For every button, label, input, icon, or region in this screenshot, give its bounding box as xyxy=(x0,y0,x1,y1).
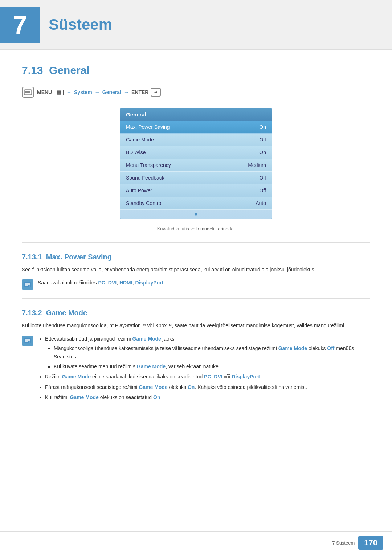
menu-path: MENU [ ▦ ] → System → General → ENTER ↵ xyxy=(22,87,370,98)
section-divider-2 xyxy=(22,298,370,299)
game-mode-ref-1: Game Mode xyxy=(132,336,161,342)
footer-section-label: 7 Süsteem xyxy=(332,540,355,546)
header-title: Süsteem xyxy=(49,16,112,33)
on-ref-3: On xyxy=(188,384,195,390)
menu-container: General Max. Power Saving On Game Mode O… xyxy=(22,108,370,219)
subsection-7131-heading: 7.13.1 Max. Power Saving xyxy=(22,253,370,261)
menu-row-sound-feedback[interactable]: Sound Feedback Off xyxy=(120,172,272,184)
row-label-menu-transparency: Menu Transparency xyxy=(126,162,171,168)
note-hdmi: HDMI xyxy=(119,280,132,286)
on-ref-4: On xyxy=(153,394,160,400)
row-label-max-power: Max. Power Saving xyxy=(126,124,170,130)
general-menu-box: General Max. Power Saving On Game Mode O… xyxy=(120,108,272,219)
row-value-menu-transparency: Medium xyxy=(248,162,266,168)
svg-rect-4 xyxy=(25,92,27,93)
pc-ref-2: PC xyxy=(204,374,211,379)
row-value-standby-control: Auto xyxy=(256,200,266,206)
footer-page-number: 170 xyxy=(358,536,383,550)
menu-row-max-power-saving[interactable]: Max. Power Saving On xyxy=(120,121,272,134)
subsection-7132-body: Kui loote ühenduse mängukonsooliga, nt P… xyxy=(22,321,370,329)
row-label-standby-control: Standby Control xyxy=(126,200,162,206)
menu-row-game-mode[interactable]: Game Mode Off xyxy=(120,134,272,146)
menu-box-title: General xyxy=(120,108,272,121)
arrow3: → xyxy=(124,89,129,95)
note-displayport: DisplayPort xyxy=(135,280,163,286)
svg-rect-2 xyxy=(27,91,29,92)
row-label-sound-feedback: Sound Feedback xyxy=(126,175,164,181)
bullet-list-7132: Ettevaatusabinõud ja piirangud režiimi G… xyxy=(45,335,370,402)
system-link: System xyxy=(74,89,92,95)
row-value-bd-wise: On xyxy=(259,149,266,155)
header-number: 7 xyxy=(0,7,40,43)
general-link: General xyxy=(102,89,121,95)
note-block-7131: Saadaval ainult režiimides PC, DVI, HDMI… xyxy=(22,279,370,290)
svg-rect-1 xyxy=(25,91,27,92)
note-pc: PC xyxy=(98,280,105,286)
menu-row-standby-control[interactable]: Standby Control Auto xyxy=(120,197,272,210)
enter-icon: ↵ xyxy=(151,88,161,97)
enter-label: ENTER xyxy=(131,89,148,95)
subsection-7131-body: See funktsioon lülitab seadme välja, et … xyxy=(22,266,370,274)
dvi-ref-2: DVI xyxy=(214,374,222,379)
menu-row-menu-transparency[interactable]: Menu Transparency Medium xyxy=(120,159,272,172)
menu-row-auto-power[interactable]: Auto Power Off xyxy=(120,184,272,197)
sub-bullet-list-1: Mängukonsooliga ühenduse katkestamiseks … xyxy=(54,344,370,370)
bullets-container: Ettevaatusabinõud ja piirangud režiimi G… xyxy=(38,335,370,407)
game-mode-ref-1b: Game Mode xyxy=(137,364,166,369)
menu-caption: Kuvatud kujutis võib mudeliti erineda. xyxy=(22,226,370,231)
section-heading: 7.13 General xyxy=(22,64,370,77)
note-text-7131: Saadaval ainult režiimides PC, DVI, HDMI… xyxy=(38,279,165,287)
row-value-game-mode: Off xyxy=(260,137,266,143)
arrow2: → xyxy=(95,89,100,95)
displayport-ref-2: DisplayPort xyxy=(232,374,260,379)
row-value-max-power: On xyxy=(259,124,266,130)
game-mode-ref-1a: Game Mode xyxy=(278,345,307,351)
row-label-bd-wise: BD Wise xyxy=(126,149,146,155)
menu-bracket-open: [ xyxy=(53,89,55,95)
sub-bullet-1a: Mängukonsooliga ühenduse katkestamiseks … xyxy=(54,344,370,361)
svg-rect-5 xyxy=(27,92,29,93)
menu-grid-icon: ▦ xyxy=(56,89,61,95)
main-content: 7.13 General MENU [ ▦ ] → System → Gener… xyxy=(0,50,392,435)
svg-rect-3 xyxy=(29,91,30,92)
bullet-item-4: Kui režiimi Game Mode olekuks on seadist… xyxy=(45,393,370,401)
menu-icon xyxy=(22,87,34,98)
footer: 7 Süsteem 170 xyxy=(0,531,392,554)
sub-bullet-1b: Kui kuvate seadme menüüd režiimis Game M… xyxy=(54,362,370,370)
menu-row-bd-wise[interactable]: BD Wise On xyxy=(120,146,272,159)
note-dvi: DVI xyxy=(108,280,117,286)
svg-rect-6 xyxy=(29,92,30,93)
game-mode-ref-3: Game Mode xyxy=(139,384,167,390)
game-mode-ref-2: Game Mode xyxy=(62,374,91,379)
row-label-game-mode: Game Mode xyxy=(126,137,154,143)
header-banner: 7 Süsteem xyxy=(0,0,392,50)
row-label-auto-power: Auto Power xyxy=(126,188,152,193)
bullet-item-1: Ettevaatusabinõud ja piirangud režiimi G… xyxy=(45,335,370,371)
subsection-7132-heading: 7.13.2 Game Mode xyxy=(22,309,370,317)
bullet-item-3: Pärast mängukonsooli seadistage režiimi … xyxy=(45,383,370,391)
menu-bracket-close: ] xyxy=(62,89,64,95)
game-mode-ref-4: Game Mode xyxy=(70,394,98,400)
bullet-item-2: Režiim Game Mode ei ole saadaval, kui si… xyxy=(45,373,370,381)
off-ref-1a: Off xyxy=(327,345,334,351)
menu-label: MENU xyxy=(37,89,52,95)
row-value-sound-feedback: Off xyxy=(260,175,266,181)
section-divider-1 xyxy=(22,242,370,243)
note-icon-7132 xyxy=(22,336,33,346)
note-icon-7131 xyxy=(22,279,33,290)
scroll-arrow: ▼ xyxy=(120,210,272,219)
row-value-auto-power: Off xyxy=(260,188,266,193)
arrow1: → xyxy=(66,89,72,95)
note-block-7132: Ettevaatusabinõud ja piirangud režiimi G… xyxy=(22,335,370,407)
